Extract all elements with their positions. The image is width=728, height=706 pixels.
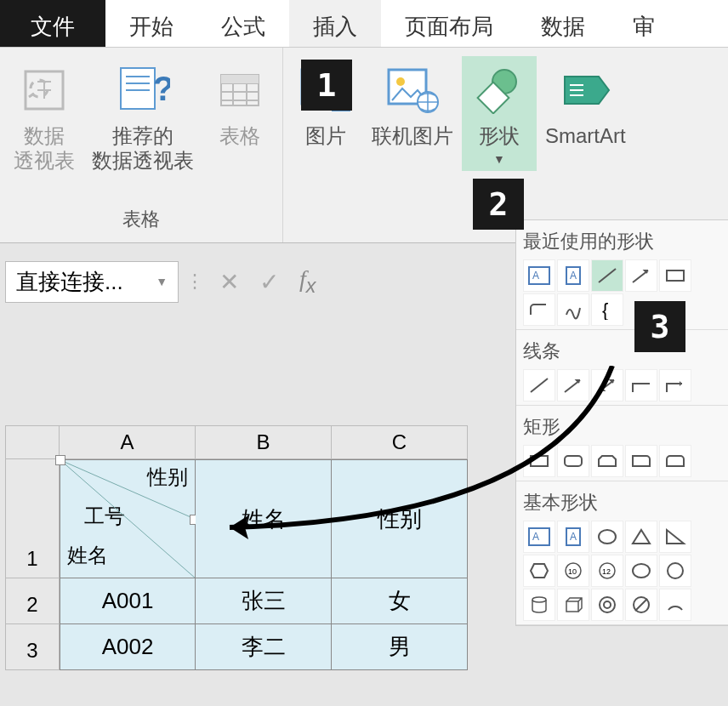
- shape-line-arrow[interactable]: [625, 259, 657, 292]
- shape-oval[interactable]: [591, 521, 623, 553]
- shape-elbow[interactable]: [625, 369, 657, 401]
- shape-rect-3[interactable]: [591, 445, 623, 477]
- cell-c2[interactable]: 女: [332, 578, 468, 624]
- shapes-button[interactable]: 形状 ▼: [462, 56, 537, 171]
- tab-file[interactable]: 文件: [0, 0, 105, 47]
- cancel-icon[interactable]: ✕: [219, 268, 239, 296]
- smartart-icon: [556, 61, 614, 119]
- shape-rect-2[interactable]: [557, 445, 589, 477]
- svg-text:{: {: [602, 299, 608, 320]
- shape-brace[interactable]: {: [591, 293, 623, 326]
- col-header-c[interactable]: C: [332, 425, 468, 459]
- formula-bar[interactable]: ✕ ✓ fx: [219, 265, 316, 298]
- shape-elbow-2[interactable]: [659, 369, 691, 401]
- cell-a2[interactable]: A001: [60, 578, 196, 624]
- select-all-corner[interactable]: [5, 425, 60, 459]
- smartart-button[interactable]: SmartArt: [537, 56, 634, 171]
- svg-text:?: ?: [153, 70, 170, 107]
- shape-arc[interactable]: [659, 589, 691, 621]
- svg-line-43: [635, 599, 647, 611]
- svg-rect-25: [531, 456, 548, 466]
- svg-text:A: A: [532, 531, 539, 543]
- shape-b9[interactable]: [625, 555, 657, 587]
- svg-point-37: [668, 563, 683, 578]
- cell-a1[interactable]: 性别 工号 姓名: [60, 459, 196, 578]
- callout-step-2: 2: [473, 179, 524, 230]
- svg-text:A: A: [570, 270, 577, 282]
- spreadsheet: A B C 1 性别 工号 姓名 姓名 性别 2 A001 张三 女 3 A00…: [5, 425, 468, 670]
- cell-c3[interactable]: 男: [332, 624, 468, 670]
- svg-rect-4: [221, 75, 259, 83]
- pivot-table-button[interactable]: 数据 透视表: [5, 56, 83, 179]
- shape-line-3[interactable]: [591, 369, 623, 401]
- shape-cube[interactable]: [557, 589, 589, 621]
- shapes-icon: [470, 61, 528, 119]
- svg-rect-20: [667, 270, 684, 281]
- shape-roundrect-corner[interactable]: [523, 293, 555, 326]
- shape-tri[interactable]: [625, 521, 657, 553]
- section-recent: 最近使用的形状: [523, 224, 721, 259]
- dropdown-icon: ▼: [156, 275, 168, 288]
- shape-line-2[interactable]: [557, 369, 589, 401]
- tab-home[interactable]: 开始: [105, 0, 197, 47]
- svg-rect-26: [565, 456, 582, 466]
- shape-rect[interactable]: [659, 259, 691, 292]
- shape-rect-4[interactable]: [625, 445, 657, 477]
- shape-b2[interactable]: A: [557, 521, 589, 553]
- shape-10[interactable]: 10: [557, 555, 589, 587]
- cell-b3[interactable]: 李二: [196, 624, 332, 670]
- tab-insert[interactable]: 插入: [289, 0, 381, 47]
- shape-rtri[interactable]: [659, 521, 691, 553]
- shape-b1[interactable]: A: [523, 521, 555, 553]
- shape-scribble[interactable]: [557, 293, 589, 326]
- cell-c1[interactable]: 性别: [332, 459, 468, 578]
- table-button[interactable]: 表格: [202, 56, 277, 179]
- shape-cyl[interactable]: [523, 589, 555, 621]
- tab-layout[interactable]: 页面布局: [381, 0, 517, 47]
- tab-review[interactable]: 审: [609, 0, 665, 47]
- shape-12[interactable]: 12: [591, 555, 623, 587]
- fx-icon[interactable]: fx: [299, 265, 316, 298]
- ribbon: 数据 透视表 ? 推荐的 数据透视表 表格 表格 图片: [0, 48, 728, 243]
- line-handle[interactable]: [55, 455, 65, 465]
- section-lines: 线条: [523, 333, 721, 369]
- cell-a3[interactable]: A002: [60, 624, 196, 670]
- shape-rect-1[interactable]: [523, 445, 555, 477]
- col-header-b[interactable]: B: [196, 425, 332, 459]
- shape-b10[interactable]: [659, 555, 691, 587]
- row-header-2[interactable]: 2: [5, 578, 60, 624]
- recommended-pivot-icon: ?: [114, 61, 172, 119]
- tab-data[interactable]: 数据: [517, 0, 609, 47]
- shape-hex[interactable]: [523, 555, 555, 587]
- shape-no[interactable]: [625, 589, 657, 621]
- svg-point-36: [633, 564, 650, 578]
- shape-textbox[interactable]: A: [523, 259, 555, 292]
- col-header-a[interactable]: A: [60, 425, 196, 459]
- cell-b1[interactable]: 姓名: [196, 459, 332, 578]
- cell-b2[interactable]: 张三: [196, 578, 332, 624]
- svg-text:10: 10: [568, 567, 577, 576]
- shape-rect-5[interactable]: [659, 445, 691, 477]
- online-picture-icon: [384, 61, 441, 119]
- confirm-icon[interactable]: ✓: [259, 268, 279, 296]
- svg-text:A: A: [532, 270, 539, 282]
- name-box[interactable]: 直接连接... ▼: [5, 261, 179, 303]
- online-picture-button[interactable]: 联机图片: [363, 56, 462, 171]
- svg-line-18: [599, 269, 616, 282]
- group-label-tables: 表格: [122, 207, 160, 239]
- tab-formula[interactable]: 公式: [197, 0, 289, 47]
- svg-point-40: [600, 597, 615, 612]
- svg-rect-39: [566, 601, 578, 612]
- recommended-pivot-button[interactable]: ? 推荐的 数据透视表: [83, 56, 202, 179]
- svg-point-31: [599, 530, 616, 544]
- menu-tabs: 文件 开始 公式 插入 页面布局 数据 审: [0, 0, 728, 48]
- row-header-3[interactable]: 3: [5, 624, 60, 670]
- svg-line-22: [531, 379, 548, 392]
- row-header-1[interactable]: 1: [5, 459, 60, 578]
- shape-line[interactable]: [591, 259, 623, 292]
- shape-textbox-v[interactable]: A: [557, 259, 589, 292]
- shapes-dropdown-panel: 最近使用的形状 A A { 线条 矩形: [515, 219, 728, 626]
- shape-donut[interactable]: [591, 589, 623, 621]
- section-basic: 基本形状: [523, 485, 721, 521]
- shape-line-1[interactable]: [523, 369, 555, 401]
